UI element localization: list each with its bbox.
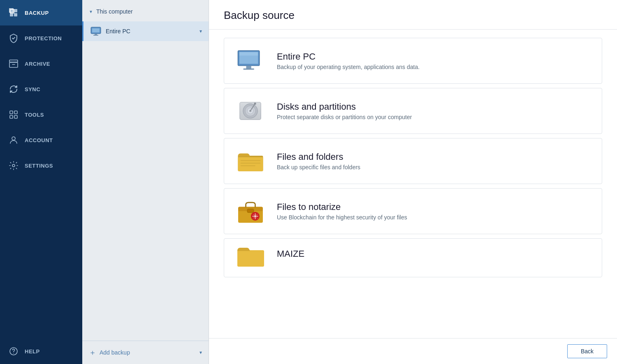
source-card-maize[interactable]: MAIZE — [224, 238, 602, 277]
svg-rect-6 — [10, 111, 13, 114]
shield-icon — [8, 33, 19, 44]
svg-rect-5 — [9, 62, 18, 67]
maize-icon — [234, 246, 267, 269]
account-label: ACCOUNT — [25, 137, 53, 143]
page-title: Backup source — [209, 0, 617, 30]
settings-icon — [8, 160, 19, 171]
source-card-notarize[interactable]: Files to notarize Use Blockchain for the… — [224, 188, 602, 234]
svg-rect-3 — [14, 13, 17, 16]
settings-label: SETTINGS — [25, 163, 53, 169]
sync-label: SYNC — [25, 86, 40, 92]
disks-icon — [234, 97, 267, 125]
sidebar-item-help[interactable]: HELP — [0, 339, 82, 364]
svg-rect-32 — [238, 157, 263, 171]
svg-rect-17 — [93, 35, 98, 36]
disks-title: Disks and partitions — [277, 101, 592, 112]
back-button[interactable]: Back — [567, 344, 607, 358]
tools-icon — [8, 109, 19, 120]
files-folders-title: Files and folders — [277, 152, 592, 162]
disks-desc: Protect separate disks or partitions on … — [277, 114, 592, 120]
sidebar-item-account[interactable]: ACCOUNT — [0, 127, 82, 153]
chevron-right-icon: ▾ — [199, 28, 202, 34]
footer-bar: Back — [209, 338, 617, 364]
notarize-icon — [234, 197, 267, 226]
archive-icon — [8, 58, 19, 69]
svg-rect-4 — [9, 60, 18, 62]
svg-point-13 — [13, 353, 14, 354]
protection-label: PROTECTION — [25, 35, 62, 41]
files-folders-text: Files and folders Back up specific files… — [277, 152, 592, 170]
svg-rect-7 — [14, 111, 17, 114]
svg-rect-35 — [241, 165, 255, 166]
source-list: Entire PC Backup of your operating syste… — [209, 30, 617, 338]
left-nav: BACKUP PROTECTION ARCHIVE — [0, 0, 82, 364]
svg-rect-40 — [237, 250, 264, 267]
backup-label: BACKUP — [25, 10, 49, 16]
sidebar-section-header[interactable]: ▼ This computer — [82, 0, 209, 21]
entire-pc-text: Entire PC Backup of your operating syste… — [277, 51, 592, 70]
maize-title: MAIZE — [277, 249, 592, 259]
svg-rect-9 — [14, 115, 17, 118]
entire-pc-desc: Backup of your operating system, applica… — [277, 64, 592, 70]
svg-rect-15 — [92, 28, 100, 32]
svg-rect-34 — [241, 163, 260, 164]
svg-point-11 — [12, 164, 15, 167]
sidebar-item-tools[interactable]: TOOLS — [0, 102, 82, 127]
backup-icon — [8, 7, 19, 18]
sidebar-item-protection[interactable]: PROTECTION — [0, 25, 82, 51]
tools-label: TOOLS — [25, 112, 44, 118]
sidebar-item-settings[interactable]: SETTINGS — [0, 153, 82, 178]
svg-point-30 — [254, 103, 256, 105]
archive-label: ARCHIVE — [25, 61, 50, 67]
sync-icon — [8, 84, 19, 94]
notarize-desc: Use Blockchain for the highest security … — [277, 214, 592, 221]
notarize-text: Files to notarize Use Blockchain for the… — [277, 202, 592, 221]
disks-text: Disks and partitions Protect separate di… — [277, 101, 592, 120]
monitor-icon — [90, 26, 102, 36]
svg-rect-8 — [10, 115, 13, 118]
sidebar-item-archive[interactable]: ARCHIVE — [0, 51, 82, 76]
files-folders-icon — [234, 147, 267, 175]
svg-rect-16 — [95, 34, 97, 35]
plus-icon: ＋ — [89, 348, 96, 357]
help-icon — [8, 346, 19, 357]
svg-rect-1 — [14, 9, 17, 12]
sidebar-item-backup[interactable]: BACKUP — [0, 0, 82, 25]
help-label: HELP — [25, 348, 40, 355]
svg-rect-33 — [241, 160, 260, 161]
sidebar-section-label: This computer — [96, 8, 133, 15]
svg-rect-38 — [247, 209, 254, 213]
add-backup-label: Add backup — [100, 349, 130, 356]
sidebar-item-entire-pc[interactable]: Entire PC ▾ — [82, 21, 209, 41]
svg-rect-20 — [239, 52, 258, 56]
entire-pc-label: Entire PC — [106, 28, 195, 35]
maize-text: MAIZE — [277, 246, 592, 261]
entire-pc-title: Entire PC — [277, 51, 592, 62]
sidebar-item-sync[interactable]: SYNC — [0, 76, 82, 102]
svg-point-10 — [12, 137, 15, 140]
entire-pc-icon — [234, 46, 267, 75]
notarize-title: Files to notarize — [277, 202, 592, 212]
source-card-files-folders[interactable]: Files and folders Back up specific files… — [224, 138, 602, 184]
svg-rect-21 — [246, 66, 251, 69]
source-card-disks[interactable]: Disks and partitions Protect separate di… — [224, 88, 602, 134]
main-content: Backup source Entire PC Backup of your o… — [209, 0, 617, 364]
svg-rect-22 — [244, 69, 254, 70]
account-icon — [8, 135, 19, 145]
add-backup-button[interactable]: ＋ Add backup ▾ — [82, 341, 209, 364]
chevron-down-icon: ▼ — [89, 9, 93, 14]
svg-rect-2 — [10, 13, 13, 16]
sidebar-panel: ▼ This computer Entire PC ▾ ＋ Add backup… — [82, 0, 209, 364]
files-folders-desc: Back up specific files and folders — [277, 164, 592, 170]
chevron-down-icon: ▾ — [199, 350, 202, 355]
source-card-entire-pc[interactable]: Entire PC Backup of your operating syste… — [224, 38, 602, 84]
